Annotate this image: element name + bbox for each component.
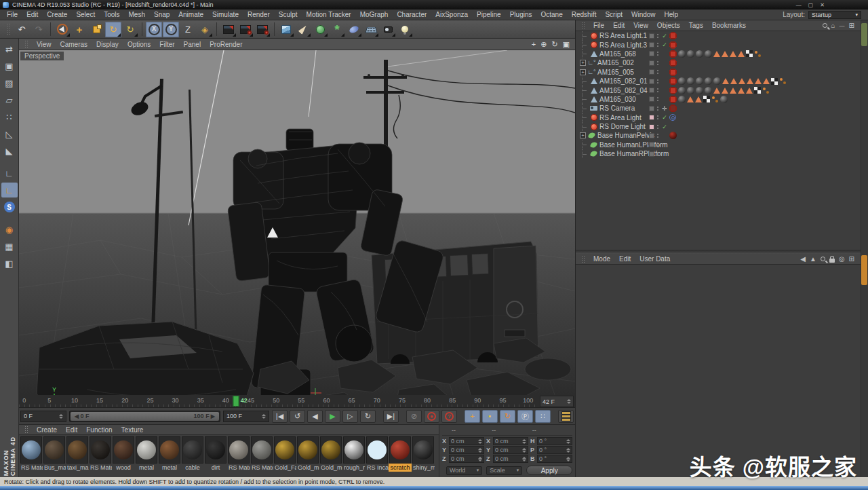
close-button[interactable]: ✕ (820, 2, 825, 8)
move-tool[interactable]: + (71, 22, 87, 37)
object-row-base-humanpelvis[interactable]: +Base HumanPelvis (576, 131, 868, 140)
selection-tag[interactable] (746, 88, 753, 94)
lock-icon[interactable] (829, 259, 835, 263)
enable-axis[interactable]: ∟ (1, 183, 18, 197)
key-parameter[interactable]: Ⓟ (517, 410, 533, 423)
layer-swatch[interactable] (649, 69, 654, 75)
menu-item-panel[interactable]: Panel (184, 41, 201, 48)
layer-swatch[interactable] (649, 142, 654, 147)
material-tag[interactable] (705, 77, 712, 85)
parent-up-icon[interactable]: ▲ (810, 255, 816, 263)
material-bus-ma[interactable]: Bus_ma (43, 436, 66, 477)
maximize-button[interactable]: ▢ (808, 2, 814, 8)
rotation-b-field[interactable]: 0 ° (537, 455, 572, 463)
add-panel-icon[interactable]: ⊞ (849, 255, 854, 263)
selection-tag[interactable] (738, 78, 745, 84)
material-tag[interactable] (687, 87, 694, 94)
layer-swatch[interactable] (649, 88, 654, 93)
enabled-check-icon[interactable]: ✓ (661, 114, 668, 121)
layer-swatch[interactable] (649, 42, 654, 48)
zoom-view-icon[interactable]: ⊕ (540, 40, 547, 49)
search-icon[interactable] (823, 23, 827, 28)
key-position[interactable]: + (465, 410, 480, 423)
add-spline-pen[interactable] (295, 22, 311, 37)
object-row-base-humanrplatform[interactable]: Base HumanRPlatform (576, 149, 868, 158)
redshift-tag[interactable] (669, 69, 677, 76)
material-rs-mate[interactable]: RS Mate (20, 436, 43, 477)
add-field[interactable] (346, 22, 362, 37)
field-stepper[interactable] (478, 448, 482, 453)
field-stepper[interactable] (478, 439, 482, 444)
search-icon[interactable] (821, 257, 825, 261)
layer-swatch[interactable] (649, 96, 654, 102)
selection-tag[interactable] (713, 51, 720, 57)
coordinate-system[interactable]: ◈ (197, 22, 213, 37)
viewport-label[interactable]: Perspective (20, 52, 64, 60)
material-cable[interactable]: cable (181, 436, 204, 477)
current-frame-marker[interactable] (233, 396, 239, 407)
live-selection[interactable] (54, 22, 71, 37)
redshift-tag[interactable] (669, 41, 677, 49)
visibility-dots[interactable] (657, 143, 658, 147)
material-thumbnail[interactable] (389, 436, 411, 464)
uvw-tag[interactable] (771, 78, 778, 85)
object-row-am165-002[interactable]: +∟°AM165_002 (576, 58, 868, 67)
selection-tag[interactable] (738, 88, 745, 94)
model-mode[interactable]: ▣ (1, 58, 18, 73)
previous-frame[interactable]: ◀ (307, 410, 323, 423)
menu-item-octane[interactable]: Octane (541, 11, 563, 18)
polygons-mode[interactable]: ◣ (1, 143, 18, 158)
scale-tool[interactable] (88, 22, 104, 37)
visibility-dots[interactable] (657, 34, 658, 38)
position-y-field[interactable]: 0 cm (449, 446, 484, 454)
field-stepper[interactable] (522, 439, 526, 444)
minimize-button[interactable]: — (796, 2, 802, 8)
coord-space-dropdown[interactable]: World▾ (446, 466, 482, 475)
play-forwards[interactable]: ▶ (325, 410, 340, 423)
add-primitive-cube[interactable] (278, 22, 294, 37)
redshift-tag[interactable] (669, 105, 677, 112)
menu-item-window[interactable]: Window (631, 11, 656, 18)
field-stepper[interactable] (522, 457, 526, 461)
uvw-tag[interactable] (703, 96, 710, 102)
dock-tab[interactable] (861, 23, 867, 46)
selection-tag[interactable] (722, 88, 728, 94)
visibility-dots[interactable] (657, 125, 658, 129)
lock-y-axis[interactable]: Y (163, 22, 179, 37)
edges-mode[interactable]: ◺ (1, 126, 18, 141)
motion-system[interactable] (558, 410, 574, 423)
lock-x-axis[interactable]: X (146, 22, 162, 37)
layer-swatch[interactable] (649, 51, 654, 56)
material-rs-mate[interactable]: RS Mate (227, 436, 250, 477)
visibility-dots[interactable] (657, 152, 658, 156)
viewport[interactable]: Y X Z Grid Spacing : 5000 cm Perspective (19, 50, 575, 395)
expand-icon[interactable]: + (580, 60, 586, 66)
compositing-tag[interactable] (669, 114, 676, 121)
hud-toggle[interactable]: ◉ (1, 222, 18, 237)
material-rs-incar[interactable]: RS Incar (366, 436, 389, 477)
drag-grip-icon[interactable] (24, 426, 28, 434)
add-camera[interactable] (380, 22, 396, 37)
menu-item-snap[interactable]: Snap (154, 11, 170, 18)
material-tag[interactable] (687, 77, 694, 85)
visibility-dots[interactable] (657, 115, 658, 119)
menu-item-edit[interactable]: Edit (613, 22, 625, 29)
redshift-tag[interactable] (669, 77, 677, 85)
material-rs-mate[interactable]: RS Mate (89, 436, 112, 477)
menu-item-character[interactable]: Character (397, 11, 427, 18)
redshift-tag[interactable] (669, 59, 677, 67)
rotation-h-field[interactable]: 0 ° (537, 437, 572, 445)
material-tag[interactable] (705, 87, 712, 94)
size-y-field[interactable]: 0 cm (493, 446, 528, 454)
material-tag[interactable] (696, 50, 703, 58)
material-shiny-m[interactable]: shiny_m (412, 436, 435, 477)
object-row-rs-area-light[interactable]: RS Area Light✓ (576, 113, 868, 122)
menu-item-file[interactable]: File (593, 22, 604, 29)
workplane-mode[interactable]: ▱ (1, 92, 18, 107)
menu-item-sculpt[interactable]: Sculpt (279, 11, 298, 18)
attributes-dock-tab[interactable] (861, 255, 867, 285)
drag-grip-icon[interactable] (581, 22, 585, 30)
material-thumbnail[interactable] (343, 436, 365, 464)
size-x-field[interactable]: 0 cm (493, 437, 528, 445)
material-thumbnail[interactable] (297, 436, 319, 464)
